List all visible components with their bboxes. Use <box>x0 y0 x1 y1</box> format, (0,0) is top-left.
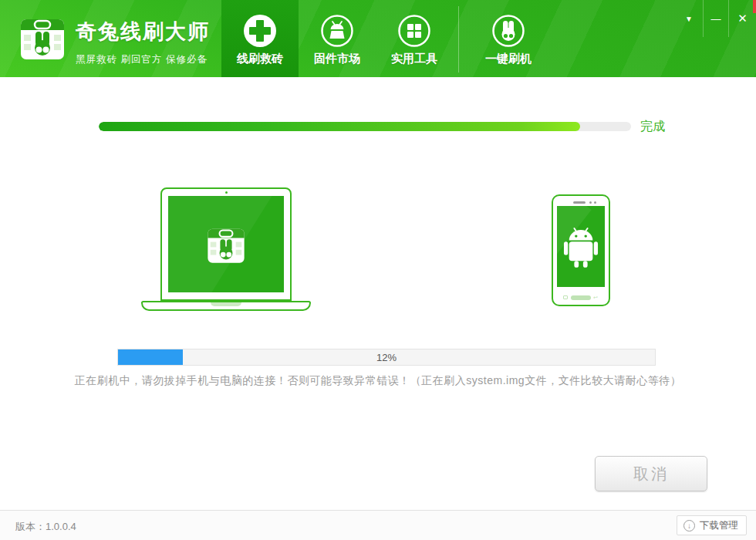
rabbit-icon <box>491 14 525 48</box>
laptop-screen <box>168 196 284 292</box>
footer: 版本：1.0.0.4 ↓ 下载管理 <box>0 510 756 540</box>
android-market-icon <box>320 14 354 48</box>
phone-home-button <box>571 295 591 300</box>
stage-progress-label: 完成 <box>640 119 665 135</box>
laptop-base <box>141 301 311 311</box>
tab-label: 实用工具 <box>391 52 437 66</box>
app-logo-icon <box>19 13 66 62</box>
status-text: 正在刷机中，请勿拔掉手机与电脑的连接！否则可能导致异常错误！（正在刷入syste… <box>0 374 756 388</box>
laptop-camera-dot <box>225 191 228 194</box>
download-manager-button[interactable]: ↓ 下载管理 <box>677 515 747 535</box>
dropdown-icon: ▼ <box>685 15 693 23</box>
main-content: 完成 <box>0 77 756 510</box>
download-manager-label: 下载管理 <box>700 519 738 532</box>
tab-label: 固件市场 <box>314 52 360 66</box>
app-subtitle: 黑屏救砖 刷回官方 保修必备 <box>76 53 210 66</box>
tab-one-key-flash[interactable]: 一键刷机 <box>470 0 547 77</box>
phone-menu-key <box>563 295 568 299</box>
corner-red-badge <box>753 0 756 13</box>
tab-label: 线刷救砖 <box>237 52 283 66</box>
laptop-logo-icon <box>205 224 247 265</box>
tab-firmware-market[interactable]: 固件市场 <box>299 0 376 77</box>
laptop-illustration <box>141 187 311 311</box>
app-window: 奇兔线刷大师 黑屏救砖 刷回官方 保修必备 线刷救砖 <box>0 0 756 540</box>
flash-progress-percent: 12% <box>118 349 655 365</box>
close-button[interactable]: ✕ <box>728 0 756 37</box>
brand: 奇兔线刷大师 黑屏救砖 刷回官方 保修必备 <box>76 18 210 66</box>
header: 奇兔线刷大师 黑屏救砖 刷回官方 保修必备 线刷救砖 <box>0 0 756 77</box>
window-menu-button[interactable]: ▼ <box>675 0 703 37</box>
android-robot-icon <box>563 224 599 269</box>
stage-progress-fill <box>99 122 580 131</box>
flash-rescue-icon <box>243 14 277 48</box>
phone-screen <box>557 206 605 287</box>
window-controls: ▼ — ✕ <box>675 0 756 37</box>
phone-camera-dot <box>589 201 592 204</box>
phone-speaker <box>573 201 586 204</box>
tab-label: 一键刷机 <box>485 52 532 66</box>
phone-sensor-dot <box>594 201 596 204</box>
phone-illustration: ↩ <box>552 194 610 306</box>
flash-progress-bar: 12% <box>117 349 656 366</box>
laptop-notch <box>211 302 241 306</box>
tools-grid-icon <box>397 14 431 48</box>
tab-utility-tools[interactable]: 实用工具 <box>376 0 453 77</box>
minimize-icon: — <box>711 13 721 25</box>
close-icon: ✕ <box>737 12 748 25</box>
phone-back-key: ↩ <box>593 295 599 299</box>
stage-progress-bar <box>99 122 631 131</box>
app-title: 奇兔线刷大师 <box>76 18 210 46</box>
download-icon: ↓ <box>683 520 695 532</box>
version-label: 版本：1.0.0.4 <box>15 520 76 534</box>
tab-flash-rescue[interactable]: 线刷救砖 <box>221 0 299 77</box>
cancel-button[interactable]: 取消 <box>595 456 707 491</box>
tab-separator <box>458 6 459 73</box>
minimize-button[interactable]: — <box>703 0 728 37</box>
laptop-bezel <box>160 187 292 301</box>
